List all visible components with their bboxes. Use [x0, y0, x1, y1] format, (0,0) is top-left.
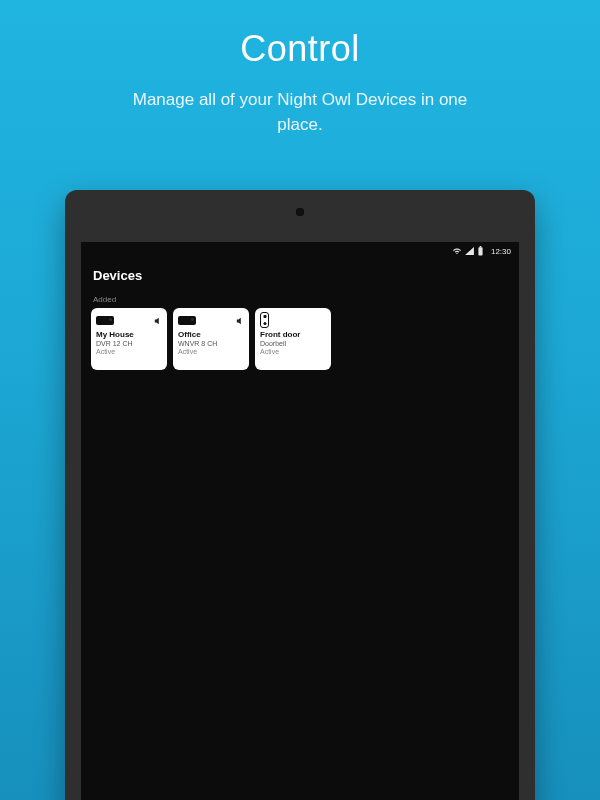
- app-header: Devices: [81, 260, 519, 289]
- svg-rect-0: [478, 247, 482, 255]
- device-name: Front door: [260, 331, 326, 340]
- doorbell-icon: [260, 312, 269, 328]
- section-label-added: Added: [81, 289, 519, 308]
- device-name: Office: [178, 331, 244, 340]
- device-name: My House: [96, 331, 162, 340]
- app-screen: 12:30 Devices Added My House DVR 12 CH A: [81, 242, 519, 800]
- dvr-icon: [178, 316, 196, 325]
- speaker-icon: [154, 311, 162, 329]
- status-bar: 12:30: [81, 242, 519, 260]
- promo-page: Control Manage all of your Night Owl Dev…: [0, 0, 600, 800]
- wifi-icon: [452, 247, 462, 255]
- device-status: Active: [96, 348, 162, 355]
- device-status: Active: [178, 348, 244, 355]
- battery-icon: [477, 246, 484, 256]
- page-title: Devices: [93, 268, 507, 283]
- hero-subtitle: Manage all of your Night Owl Devices in …: [120, 88, 480, 137]
- tablet-camera-icon: [296, 208, 304, 216]
- svg-rect-1: [480, 246, 482, 247]
- tablet-frame: 12:30 Devices Added My House DVR 12 CH A: [65, 190, 535, 800]
- hero-title: Control: [240, 28, 360, 70]
- speaker-icon: [236, 311, 244, 329]
- device-model: WNVR 8 CH: [178, 340, 244, 348]
- device-grid: My House DVR 12 CH Active Office WNVR 8 …: [81, 308, 519, 370]
- device-card[interactable]: My House DVR 12 CH Active: [91, 308, 167, 370]
- device-model: Doorbell: [260, 340, 326, 348]
- status-time: 12:30: [491, 247, 511, 256]
- device-model: DVR 12 CH: [96, 340, 162, 348]
- signal-icon: [465, 247, 474, 255]
- device-status: Active: [260, 348, 326, 355]
- device-card[interactable]: Office WNVR 8 CH Active: [173, 308, 249, 370]
- device-card[interactable]: Front door Doorbell Active: [255, 308, 331, 370]
- dvr-icon: [96, 316, 114, 325]
